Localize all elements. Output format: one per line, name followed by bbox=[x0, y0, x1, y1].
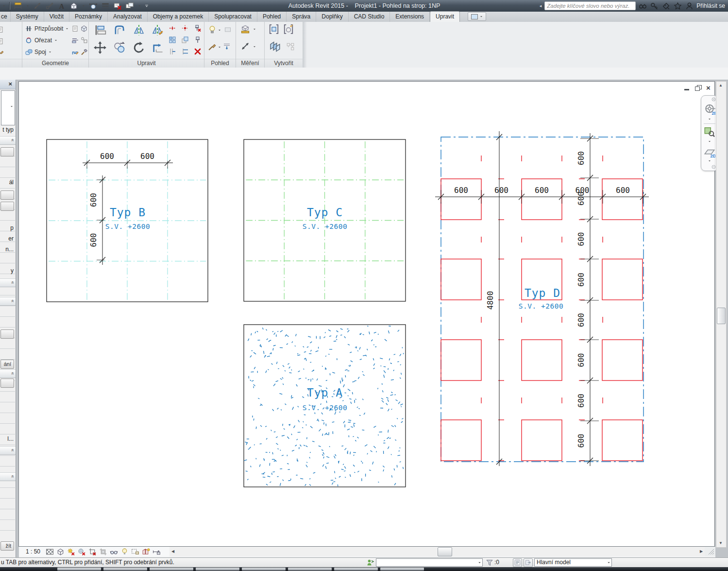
default-3d-view-icon[interactable] bbox=[69, 1, 78, 10]
move-pattern-icon[interactable] bbox=[169, 24, 176, 32]
beam-coping-icon[interactable] bbox=[80, 25, 88, 33]
resize-grip[interactable] bbox=[705, 547, 715, 556]
horizontal-scrollbar[interactable]: ◀ ▶ bbox=[169, 547, 705, 556]
tab-ce[interactable]: ce bbox=[0, 12, 11, 22]
typ-c-drawing[interactable]: Typ CS.V. +2600 bbox=[244, 139, 406, 301]
section-header-bar[interactable]: » bbox=[0, 278, 16, 287]
tab-dopl-ky[interactable]: Doplňky bbox=[316, 12, 348, 22]
mirror-draw-axis-icon[interactable] bbox=[151, 24, 164, 36]
crop-region-visibility-icon[interactable] bbox=[99, 548, 107, 556]
section-header-bar[interactable]: » bbox=[0, 297, 16, 306]
trim-extend-corner-icon[interactable] bbox=[151, 41, 164, 54]
rendering-icon[interactable] bbox=[224, 26, 232, 34]
create-assembly-icon[interactable] bbox=[283, 24, 294, 35]
tab-vlo-it[interactable]: Vložit bbox=[44, 12, 69, 22]
section-header-bar[interactable]: » bbox=[0, 446, 16, 455]
minimize-icon[interactable] bbox=[684, 85, 690, 91]
communication-center-icon[interactable] bbox=[662, 2, 670, 10]
panel-label-upravit[interactable]: Upravit bbox=[89, 59, 204, 68]
properties-header[interactable]: × bbox=[0, 80, 16, 89]
trim-multiple-icon[interactable] bbox=[181, 48, 189, 55]
customize-qat-icon[interactable] bbox=[145, 4, 149, 8]
text-icon[interactable]: A bbox=[57, 1, 66, 10]
chevron-down-icon[interactable] bbox=[708, 117, 711, 121]
typ-a-drawing[interactable]: Typ AS.V. +2600 bbox=[244, 325, 406, 487]
close-inactive-windows-icon[interactable] bbox=[113, 1, 122, 10]
tab-pohled[interactable]: Pohled bbox=[257, 12, 287, 22]
tab-pozn-mky[interactable]: Poznámky bbox=[69, 12, 108, 22]
property-button[interactable]: ání bbox=[0, 360, 14, 369]
move-icon[interactable] bbox=[94, 41, 106, 54]
panel-label-pohled[interactable]: Pohled bbox=[204, 59, 236, 68]
horizontal-scroll-thumb[interactable] bbox=[438, 547, 452, 556]
worksets-dropdown[interactable] bbox=[376, 558, 483, 567]
copy-clipboard-icon[interactable] bbox=[0, 37, 4, 45]
chevron-down-icon[interactable] bbox=[2, 4, 6, 8]
ceiling-plan-drawing[interactable]: Typ BS.V. +2600600600600600Typ CS.V. +26… bbox=[19, 82, 714, 546]
tab-spr-va[interactable]: Správa bbox=[287, 12, 316, 22]
rotate-pattern-icon[interactable] bbox=[181, 24, 189, 32]
scale-icon[interactable] bbox=[181, 36, 189, 44]
panel-label-geometrie[interactable]: Geometrie bbox=[22, 59, 88, 68]
taskbar-button[interactable] bbox=[150, 568, 193, 571]
section-header-bar[interactable]: » bbox=[0, 472, 16, 481]
measure-volume-icon[interactable] bbox=[240, 24, 250, 34]
unpin-icon[interactable] bbox=[194, 24, 202, 32]
close-icon[interactable]: × bbox=[8, 80, 12, 87]
scroll-left-icon[interactable]: ◀ bbox=[169, 547, 176, 556]
exclude-options-button[interactable] bbox=[524, 558, 533, 567]
temporary-hide-isolate-icon[interactable] bbox=[110, 548, 118, 556]
search-icon[interactable] bbox=[639, 2, 647, 10]
pan-2d-icon[interactable]: 2D bbox=[704, 146, 715, 158]
aligned-dimension-icon[interactable] bbox=[14, 1, 22, 10]
worksets-icon[interactable] bbox=[367, 559, 374, 567]
subscription-key-icon[interactable] bbox=[650, 2, 659, 10]
vertical-scroll-thumb[interactable] bbox=[717, 308, 726, 324]
taskbar-button[interactable] bbox=[380, 568, 424, 571]
help-search-input[interactable] bbox=[544, 1, 636, 10]
taskbar-button[interactable] bbox=[103, 568, 147, 571]
sign-in-user-icon[interactable] bbox=[685, 2, 694, 10]
favorites-icon[interactable] bbox=[674, 2, 682, 10]
property-button[interactable] bbox=[0, 147, 14, 156]
windows-taskbar[interactable] bbox=[0, 567, 728, 571]
scroll-right-icon[interactable]: ▶ bbox=[698, 547, 705, 556]
visual-style-icon[interactable] bbox=[56, 548, 65, 556]
unjoin-geometry-icon[interactable] bbox=[80, 36, 88, 44]
sun-path-icon[interactable] bbox=[67, 548, 75, 556]
design-options-button[interactable] bbox=[513, 558, 522, 567]
vertical-scrollbar[interactable]: ▲ ▼ bbox=[716, 81, 727, 548]
restore-icon[interactable] bbox=[695, 85, 701, 91]
paste-icon[interactable] bbox=[0, 26, 4, 34]
chevron-down-icon[interactable] bbox=[26, 4, 30, 8]
section-header-bar[interactable]: » bbox=[0, 369, 16, 378]
trim-single-icon[interactable] bbox=[169, 48, 176, 55]
taskbar-button[interactable] bbox=[57, 568, 101, 571]
measure-icon[interactable] bbox=[240, 41, 250, 51]
create-parts-icon[interactable] bbox=[286, 42, 295, 51]
property-button[interactable] bbox=[0, 202, 14, 211]
underlay-icon[interactable] bbox=[223, 42, 231, 50]
mirror-pick-axis-icon[interactable] bbox=[133, 24, 145, 36]
chevron-down-icon[interactable] bbox=[82, 4, 85, 8]
tab-cad-studio[interactable]: CAD Studio bbox=[349, 12, 390, 22]
array-icon[interactable] bbox=[169, 36, 176, 44]
panel-label-vytvorit[interactable]: Vytvořit bbox=[265, 59, 303, 68]
design-option-dropdown[interactable]: Hlavní model bbox=[534, 558, 612, 567]
zoom-icon[interactable] bbox=[704, 126, 715, 138]
pin-icon[interactable] bbox=[194, 36, 202, 44]
scroll-down-icon[interactable]: ▼ bbox=[716, 539, 725, 547]
reveal-hidden-elements-icon[interactable] bbox=[120, 548, 129, 556]
chevron-down-icon[interactable] bbox=[708, 159, 711, 163]
modify-panel-toggle-button[interactable] bbox=[468, 12, 486, 21]
reveal-constraints-icon[interactable] bbox=[152, 548, 161, 556]
create-group-icon[interactable] bbox=[269, 24, 279, 35]
property-button[interactable] bbox=[0, 379, 14, 388]
view-lighting-icon[interactable] bbox=[208, 25, 217, 34]
property-button[interactable]: žít bbox=[0, 541, 14, 551]
taskbar-button[interactable] bbox=[242, 568, 286, 571]
taskbar-button[interactable] bbox=[334, 568, 378, 571]
property-button[interactable] bbox=[0, 190, 14, 200]
section-header-bar[interactable]: » bbox=[0, 136, 16, 145]
copy-icon[interactable] bbox=[113, 41, 126, 54]
